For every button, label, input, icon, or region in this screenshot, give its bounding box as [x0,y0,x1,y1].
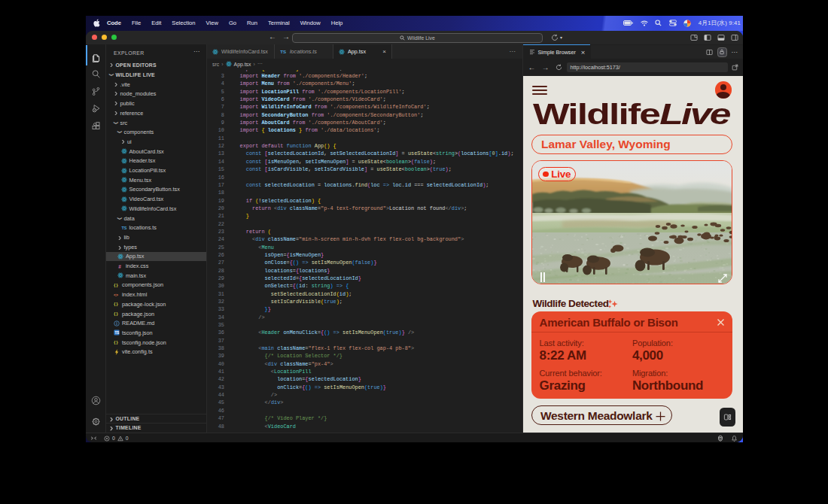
svg-text:TS: TS [280,49,286,54]
svg-text:#: # [118,263,121,269]
svg-text:{ }: { } [114,302,118,307]
svg-text:{ }: { } [114,283,118,287]
svg-text:TS: TS [115,332,120,335]
svg-text:<>: <> [114,293,118,297]
svg-text:{ }: { } [114,311,118,316]
svg-text:TS: TS [121,226,126,230]
svg-text:{ }: { } [114,340,118,345]
